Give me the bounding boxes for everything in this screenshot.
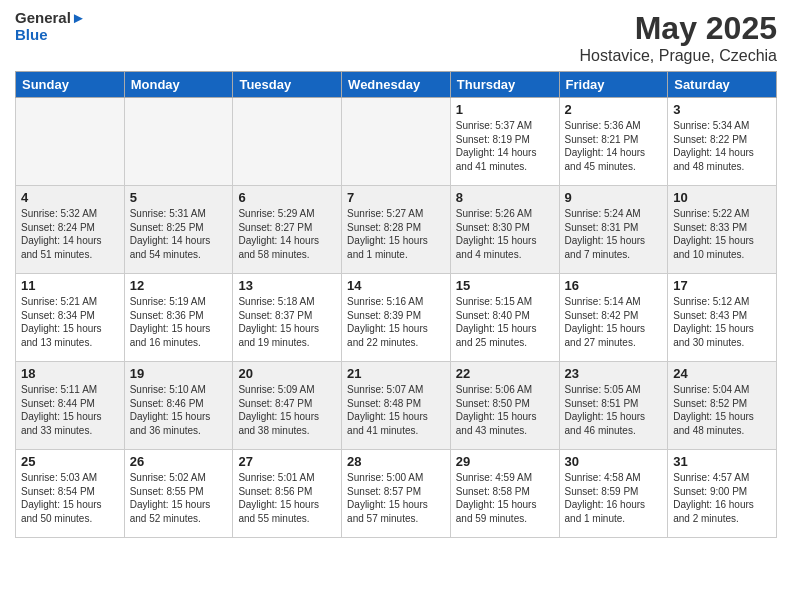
day-number: 14 (347, 278, 445, 293)
calendar-cell: 24Sunrise: 5:04 AM Sunset: 8:52 PM Dayli… (668, 362, 777, 450)
calendar-cell: 7Sunrise: 5:27 AM Sunset: 8:28 PM Daylig… (342, 186, 451, 274)
day-info: Sunrise: 5:16 AM Sunset: 8:39 PM Dayligh… (347, 295, 445, 349)
calendar-cell: 19Sunrise: 5:10 AM Sunset: 8:46 PM Dayli… (124, 362, 233, 450)
day-info: Sunrise: 5:00 AM Sunset: 8:57 PM Dayligh… (347, 471, 445, 525)
week-row-2: 11Sunrise: 5:21 AM Sunset: 8:34 PM Dayli… (16, 274, 777, 362)
day-number: 27 (238, 454, 336, 469)
day-number: 16 (565, 278, 663, 293)
day-info: Sunrise: 4:58 AM Sunset: 8:59 PM Dayligh… (565, 471, 663, 525)
calendar-cell: 10Sunrise: 5:22 AM Sunset: 8:33 PM Dayli… (668, 186, 777, 274)
calendar-cell: 26Sunrise: 5:02 AM Sunset: 8:55 PM Dayli… (124, 450, 233, 538)
day-number: 21 (347, 366, 445, 381)
day-number: 9 (565, 190, 663, 205)
page: General► Blue May 2025 Hostavice, Prague… (0, 0, 792, 612)
day-number: 7 (347, 190, 445, 205)
calendar-cell: 9Sunrise: 5:24 AM Sunset: 8:31 PM Daylig… (559, 186, 668, 274)
day-info: Sunrise: 4:57 AM Sunset: 9:00 PM Dayligh… (673, 471, 771, 525)
calendar-cell: 8Sunrise: 5:26 AM Sunset: 8:30 PM Daylig… (450, 186, 559, 274)
calendar-cell: 23Sunrise: 5:05 AM Sunset: 8:51 PM Dayli… (559, 362, 668, 450)
calendar-cell (342, 98, 451, 186)
day-number: 4 (21, 190, 119, 205)
logo: General► Blue (15, 10, 86, 43)
day-number: 26 (130, 454, 228, 469)
day-info: Sunrise: 5:01 AM Sunset: 8:56 PM Dayligh… (238, 471, 336, 525)
day-info: Sunrise: 5:02 AM Sunset: 8:55 PM Dayligh… (130, 471, 228, 525)
day-number: 23 (565, 366, 663, 381)
calendar-cell (124, 98, 233, 186)
calendar-cell: 31Sunrise: 4:57 AM Sunset: 9:00 PM Dayli… (668, 450, 777, 538)
day-info: Sunrise: 5:37 AM Sunset: 8:19 PM Dayligh… (456, 119, 554, 173)
day-number: 12 (130, 278, 228, 293)
calendar-cell: 27Sunrise: 5:01 AM Sunset: 8:56 PM Dayli… (233, 450, 342, 538)
day-info: Sunrise: 5:22 AM Sunset: 8:33 PM Dayligh… (673, 207, 771, 261)
calendar-cell: 29Sunrise: 4:59 AM Sunset: 8:58 PM Dayli… (450, 450, 559, 538)
logo-blue: Blue (15, 27, 86, 44)
day-info: Sunrise: 5:18 AM Sunset: 8:37 PM Dayligh… (238, 295, 336, 349)
calendar-cell: 18Sunrise: 5:11 AM Sunset: 8:44 PM Dayli… (16, 362, 125, 450)
calendar-cell: 20Sunrise: 5:09 AM Sunset: 8:47 PM Dayli… (233, 362, 342, 450)
header-wednesday: Wednesday (342, 72, 451, 98)
day-info: Sunrise: 4:59 AM Sunset: 8:58 PM Dayligh… (456, 471, 554, 525)
day-info: Sunrise: 5:29 AM Sunset: 8:27 PM Dayligh… (238, 207, 336, 261)
day-number: 6 (238, 190, 336, 205)
week-row-0: 1Sunrise: 5:37 AM Sunset: 8:19 PM Daylig… (16, 98, 777, 186)
day-info: Sunrise: 5:15 AM Sunset: 8:40 PM Dayligh… (456, 295, 554, 349)
calendar-cell: 17Sunrise: 5:12 AM Sunset: 8:43 PM Dayli… (668, 274, 777, 362)
header-tuesday: Tuesday (233, 72, 342, 98)
main-title: May 2025 (580, 10, 777, 47)
calendar-cell: 2Sunrise: 5:36 AM Sunset: 8:21 PM Daylig… (559, 98, 668, 186)
day-number: 5 (130, 190, 228, 205)
day-info: Sunrise: 5:21 AM Sunset: 8:34 PM Dayligh… (21, 295, 119, 349)
day-number: 19 (130, 366, 228, 381)
day-number: 29 (456, 454, 554, 469)
day-info: Sunrise: 5:14 AM Sunset: 8:42 PM Dayligh… (565, 295, 663, 349)
day-number: 22 (456, 366, 554, 381)
day-info: Sunrise: 5:32 AM Sunset: 8:24 PM Dayligh… (21, 207, 119, 261)
day-info: Sunrise: 5:06 AM Sunset: 8:50 PM Dayligh… (456, 383, 554, 437)
calendar-cell: 25Sunrise: 5:03 AM Sunset: 8:54 PM Dayli… (16, 450, 125, 538)
day-number: 20 (238, 366, 336, 381)
logo-general: General► (15, 10, 86, 27)
day-number: 13 (238, 278, 336, 293)
day-info: Sunrise: 5:09 AM Sunset: 8:47 PM Dayligh… (238, 383, 336, 437)
header-sunday: Sunday (16, 72, 125, 98)
day-info: Sunrise: 5:24 AM Sunset: 8:31 PM Dayligh… (565, 207, 663, 261)
calendar-cell: 15Sunrise: 5:15 AM Sunset: 8:40 PM Dayli… (450, 274, 559, 362)
calendar-cell: 11Sunrise: 5:21 AM Sunset: 8:34 PM Dayli… (16, 274, 125, 362)
day-number: 28 (347, 454, 445, 469)
header-monday: Monday (124, 72, 233, 98)
weekday-header-row: Sunday Monday Tuesday Wednesday Thursday… (16, 72, 777, 98)
calendar-cell: 3Sunrise: 5:34 AM Sunset: 8:22 PM Daylig… (668, 98, 777, 186)
subtitle: Hostavice, Prague, Czechia (580, 47, 777, 65)
day-info: Sunrise: 5:27 AM Sunset: 8:28 PM Dayligh… (347, 207, 445, 261)
calendar-cell: 21Sunrise: 5:07 AM Sunset: 8:48 PM Dayli… (342, 362, 451, 450)
day-info: Sunrise: 5:07 AM Sunset: 8:48 PM Dayligh… (347, 383, 445, 437)
calendar-cell: 14Sunrise: 5:16 AM Sunset: 8:39 PM Dayli… (342, 274, 451, 362)
calendar-cell: 30Sunrise: 4:58 AM Sunset: 8:59 PM Dayli… (559, 450, 668, 538)
calendar-cell: 6Sunrise: 5:29 AM Sunset: 8:27 PM Daylig… (233, 186, 342, 274)
day-info: Sunrise: 5:03 AM Sunset: 8:54 PM Dayligh… (21, 471, 119, 525)
calendar-cell: 12Sunrise: 5:19 AM Sunset: 8:36 PM Dayli… (124, 274, 233, 362)
calendar-cell: 5Sunrise: 5:31 AM Sunset: 8:25 PM Daylig… (124, 186, 233, 274)
day-info: Sunrise: 5:04 AM Sunset: 8:52 PM Dayligh… (673, 383, 771, 437)
logo-text: General► Blue (15, 10, 86, 43)
day-number: 18 (21, 366, 119, 381)
week-row-1: 4Sunrise: 5:32 AM Sunset: 8:24 PM Daylig… (16, 186, 777, 274)
header-thursday: Thursday (450, 72, 559, 98)
calendar-cell: 4Sunrise: 5:32 AM Sunset: 8:24 PM Daylig… (16, 186, 125, 274)
day-number: 25 (21, 454, 119, 469)
day-number: 31 (673, 454, 771, 469)
header-saturday: Saturday (668, 72, 777, 98)
day-info: Sunrise: 5:34 AM Sunset: 8:22 PM Dayligh… (673, 119, 771, 173)
day-info: Sunrise: 5:11 AM Sunset: 8:44 PM Dayligh… (21, 383, 119, 437)
day-number: 17 (673, 278, 771, 293)
day-info: Sunrise: 5:19 AM Sunset: 8:36 PM Dayligh… (130, 295, 228, 349)
day-number: 24 (673, 366, 771, 381)
day-info: Sunrise: 5:36 AM Sunset: 8:21 PM Dayligh… (565, 119, 663, 173)
day-number: 3 (673, 102, 771, 117)
day-number: 30 (565, 454, 663, 469)
day-number: 11 (21, 278, 119, 293)
header: General► Blue May 2025 Hostavice, Prague… (15, 10, 777, 65)
calendar-cell: 28Sunrise: 5:00 AM Sunset: 8:57 PM Dayli… (342, 450, 451, 538)
day-info: Sunrise: 5:05 AM Sunset: 8:51 PM Dayligh… (565, 383, 663, 437)
